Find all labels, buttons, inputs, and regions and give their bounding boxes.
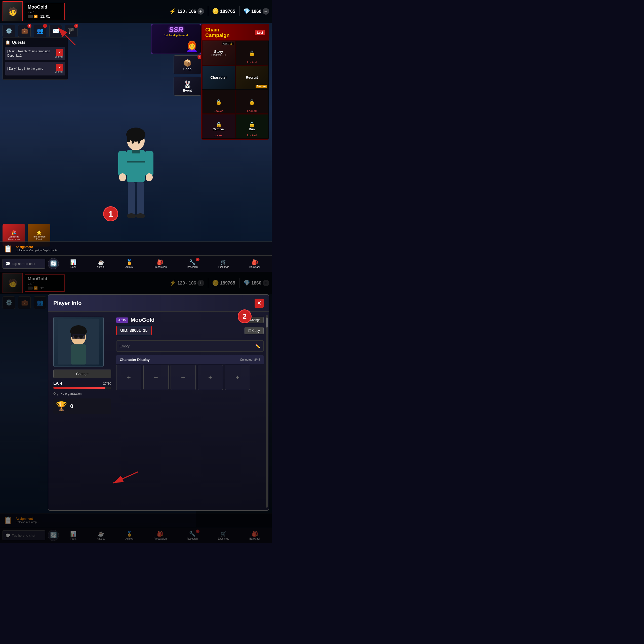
level-display: Lv. 4 bbox=[53, 381, 62, 386]
quest-item-1[interactable]: [ Main ] Reach Chain Campaign Depth Lv.2… bbox=[5, 47, 65, 60]
svg-point-15 bbox=[119, 173, 126, 181]
char-collected: Collected: 8/48 bbox=[240, 358, 260, 361]
chain-title: Chain Campaign bbox=[205, 27, 230, 38]
quest-item-2[interactable]: [ Daily ] Log in to the game ✓ CLEAR bbox=[5, 62, 65, 75]
svg-point-6 bbox=[138, 141, 140, 144]
exp-bar bbox=[53, 387, 111, 389]
locked-cell-2[interactable]: 🔒 Locked bbox=[202, 90, 235, 114]
run-lock-icon: 🔒 bbox=[249, 122, 255, 128]
awaken-badge: Awaken bbox=[256, 85, 267, 88]
gem-add-button[interactable]: + bbox=[263, 8, 269, 15]
nav-preparation[interactable]: 🎒 Preparation bbox=[152, 258, 168, 270]
shop-button[interactable]: 📦 Shop ! bbox=[174, 55, 201, 74]
exchange-icon: 🛒 bbox=[220, 259, 227, 265]
avatar-image: 🧑 bbox=[3, 2, 22, 21]
org-row: Org No organization bbox=[53, 392, 111, 395]
coin-stat: 🪙 189765 bbox=[212, 8, 235, 15]
nav-items: 📊 Rank ☕ Anteiku 🏅 Achiev. 🎒 Preparation… bbox=[59, 258, 272, 270]
carnival-lock-icon: 🔒 bbox=[216, 122, 222, 128]
story-progress: Progress:1-4 bbox=[211, 54, 226, 56]
carnival-locked: Locked bbox=[214, 134, 224, 137]
settings-button[interactable]: ⚙️ bbox=[3, 25, 15, 37]
player-info-modal: Player Info ✕ bbox=[48, 294, 269, 511]
character-display[interactable] bbox=[98, 106, 174, 257]
char-slot-1[interactable]: + bbox=[116, 365, 141, 390]
bottom-nav: 💬 Tap here to chat 🔄 📊 Rank ☕ Anteiku 🏅 … bbox=[0, 255, 272, 272]
quest-text-1: [ Main ] Reach Chain Campaign Depth Lv.2 bbox=[7, 49, 55, 58]
lightning-icon: ⚡ bbox=[169, 8, 176, 15]
player-avatar[interactable]: 🧑 bbox=[3, 1, 23, 21]
locked-label-3: Locked bbox=[247, 109, 257, 112]
nav-anteiku[interactable]: ☕ Anteiku bbox=[96, 258, 106, 270]
uid-row: UID: 39051_15 ❑ Copy bbox=[116, 326, 264, 338]
mail-button[interactable]: 💼 ! bbox=[18, 25, 31, 37]
friends-button[interactable]: 👥 ! bbox=[34, 25, 46, 37]
bio-box: Empty ✏️ bbox=[116, 340, 264, 352]
wifi-icon: 📶 bbox=[34, 15, 38, 18]
modal-close-button[interactable]: ✕ bbox=[255, 299, 264, 308]
run-cell[interactable]: 🔒 Run Locked bbox=[235, 114, 268, 138]
nav-rank[interactable]: 📊 Rank bbox=[69, 258, 78, 270]
svg-point-5 bbox=[132, 141, 134, 144]
trophy-icon: 🏆 bbox=[56, 401, 67, 412]
player-info-box[interactable]: MooGold Lv. 4 📶 12: 01 bbox=[25, 3, 65, 20]
trophy-row: 🏆 0 bbox=[53, 398, 111, 414]
lock-icon-1: 🔒 bbox=[249, 50, 255, 56]
achiev-label: Achiev. bbox=[125, 266, 133, 268]
modal-body: Change Lv. 4 27/30 Org No organization 🏆… bbox=[48, 312, 269, 509]
assignment-bar[interactable]: 📋 Assignment Unlocks at Campaign Depth L… bbox=[0, 241, 272, 255]
ssr-subtitle: 1st Top-Up Reward bbox=[151, 34, 201, 37]
player-name: MooGold bbox=[28, 5, 62, 10]
svg-point-12 bbox=[136, 213, 145, 218]
story-cell[interactable]: Story Progress:1-4 Con... 🔒 bbox=[202, 41, 235, 65]
lock-icon-2: 🔒 bbox=[216, 99, 222, 105]
gem-stat: 💎 1860 + bbox=[243, 8, 269, 15]
friends-icon: 👥 bbox=[37, 28, 44, 34]
svg-rect-10 bbox=[137, 182, 144, 215]
char-slot-3[interactable]: + bbox=[171, 365, 196, 390]
run-label: Run bbox=[249, 128, 255, 131]
player-level: Lv. 4 bbox=[28, 10, 62, 14]
ssr-banner[interactable]: SSR 1st Top-Up Reward 👩‍🦰 bbox=[151, 24, 201, 54]
exp-fraction: 27/30 bbox=[103, 382, 111, 385]
change-portrait-button[interactable]: Change bbox=[53, 370, 111, 378]
chat-input[interactable]: 💬 Tap here to chat bbox=[3, 259, 45, 269]
org-label: Org bbox=[53, 392, 58, 395]
shop-area: 📦 Shop ! bbox=[174, 55, 201, 74]
locked-cell-1[interactable]: 🔒 Locked bbox=[235, 41, 268, 65]
research-icon: 🔧 bbox=[189, 259, 195, 265]
modal-scrollbar[interactable] bbox=[266, 315, 268, 508]
nav-exchange[interactable]: 🛒 Exchange bbox=[217, 258, 230, 270]
svg-line-1 bbox=[58, 28, 75, 45]
nav-backpack[interactable]: 🎒 Backpack bbox=[248, 258, 261, 270]
char-slot-2[interactable]: + bbox=[143, 365, 169, 390]
rank-icon: 📊 bbox=[70, 259, 76, 265]
nav-research[interactable]: 🔧 Research ! bbox=[186, 258, 199, 270]
quest-check-2: ✓ bbox=[56, 64, 63, 71]
char-slot-4[interactable]: + bbox=[198, 365, 223, 390]
backpack-icon: 🎒 bbox=[252, 259, 258, 265]
research-badge: ! bbox=[196, 258, 199, 261]
bio-edit-button[interactable]: ✏️ bbox=[255, 344, 260, 348]
copy-uid-button[interactable]: ❑ Copy bbox=[245, 327, 264, 334]
char-slot-5[interactable]: + bbox=[225, 365, 250, 390]
chain-header: Chain Campaign Lv.2 bbox=[202, 24, 269, 41]
compass-button[interactable]: 🔄 bbox=[48, 258, 59, 269]
chain-grid: Story Progress:1-4 Con... 🔒 🔒 Locked Cha… bbox=[202, 41, 269, 139]
uid-text: UID: 39051_15 bbox=[120, 328, 148, 333]
nav-achiev[interactable]: 🏅 Achiev. bbox=[124, 258, 135, 270]
svg-point-23 bbox=[74, 335, 78, 339]
carnival-cell[interactable]: 🔒 Carnival Locked bbox=[202, 114, 235, 138]
recruit-cell[interactable]: Recruit Awaken bbox=[235, 65, 268, 89]
event-button[interactable]: 🐰 Event bbox=[174, 77, 201, 96]
chat-icon: 💬 bbox=[5, 261, 10, 266]
research-label: Research bbox=[187, 266, 198, 268]
divider-1 bbox=[208, 6, 208, 16]
hp-add-button[interactable]: + bbox=[197, 8, 204, 15]
hp-max: 106 bbox=[189, 9, 196, 14]
character-cell[interactable]: Character bbox=[202, 65, 235, 89]
briefcase-icon: 💼 bbox=[21, 28, 28, 34]
run-locked: Locked bbox=[247, 134, 257, 137]
svg-rect-25 bbox=[71, 344, 86, 365]
locked-cell-3[interactable]: 🔒 Locked bbox=[235, 90, 268, 114]
